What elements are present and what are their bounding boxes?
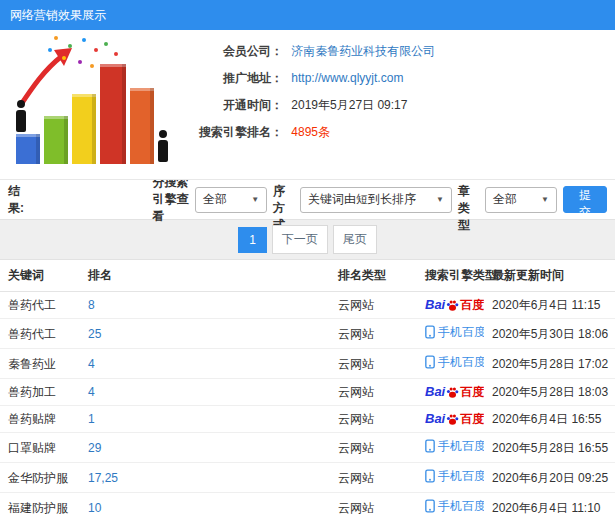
time-cell: 2020年5月28日 17:02	[484, 349, 615, 379]
time-cell: 2020年6月4日 11:10	[484, 493, 615, 520]
company-field: 会员公司： 济南秦鲁药业科技有限公司	[185, 38, 435, 65]
phone-icon	[425, 499, 435, 513]
engine-cell: Bai 百度	[417, 292, 484, 319]
time-cell: 2020年6月20日 09:25	[484, 463, 615, 493]
promo-url-field: 推广地址： http://www.qlyyjt.com	[185, 65, 435, 92]
info-panel: 会员公司： 济南秦鲁药业科技有限公司 推广地址： http://www.qlyy…	[0, 30, 615, 180]
mobile-baidu-label: 手机百度	[438, 354, 484, 370]
table-row: 兽药加工 4 云网站 Bai 百度 2020年5月28日 18:03	[0, 379, 615, 406]
next-page-button[interactable]: 下一页	[272, 225, 328, 254]
sort-select[interactable]: 关键词由短到长排序 ▼	[300, 187, 452, 213]
mobile-baidu-badge[interactable]: 手机百度	[425, 438, 484, 454]
time-cell: 2020年5月28日 18:03	[484, 379, 615, 406]
baidu-logo[interactable]: Bai 百度	[425, 411, 484, 427]
engine-filter-select[interactable]: 全部 ▼	[195, 187, 267, 213]
growth-chart-illustration	[6, 34, 178, 176]
rank-count-field: 搜索引擎排名： 4895条	[185, 119, 435, 146]
keyword-cell: 秦鲁药业	[0, 349, 80, 379]
chevron-down-icon: ▼	[541, 195, 549, 204]
article-type-value: 全部	[493, 191, 517, 208]
rank-link[interactable]: 17,25	[88, 471, 118, 485]
mobile-baidu-label: 手机百度	[438, 468, 484, 484]
company-link[interactable]: 济南秦鲁药业科技有限公司	[291, 44, 435, 58]
keyword-cell: 兽药代工	[0, 319, 80, 349]
engine-filter-value: 全部	[203, 191, 227, 208]
rank-type-cell: 云网站	[330, 319, 417, 349]
keyword-cell: 福建防护服	[0, 493, 80, 520]
baidu-chars-text: 百度	[460, 411, 484, 427]
article-type-select[interactable]: 全部 ▼	[485, 187, 557, 213]
table-row: 兽药代工 8 云网站 Bai 百度 2020年6月4日 11:15	[0, 292, 615, 319]
keyword-cell: 兽药加工	[0, 379, 80, 406]
table-row: 福建防护服 10 云网站 手机百度 2020年6月4日 11:10	[0, 493, 615, 520]
time-cell: 2020年6月4日 16:55	[484, 406, 615, 433]
mobile-baidu-badge[interactable]: 手机百度	[425, 498, 484, 514]
person-figure	[14, 100, 27, 134]
baidu-logo[interactable]: Bai 百度	[425, 384, 484, 400]
column-header-rank: 排名	[80, 260, 330, 292]
column-header-keyword: 关键词	[0, 260, 80, 292]
keyword-cell: 口罩贴牌	[0, 433, 80, 463]
rank-link[interactable]: 25	[88, 327, 101, 341]
baidu-paw-icon	[446, 413, 459, 426]
baidu-chars-text: 百度	[460, 297, 484, 313]
rank-type-cell: 云网站	[330, 493, 417, 520]
filter-bar: 结果: 分搜索引擎查看 全部 ▼ 排序方式 关键词由短到长排序 ▼ 文章类型 全…	[0, 180, 615, 220]
mobile-baidu-badge[interactable]: 手机百度	[425, 354, 484, 370]
rank-link[interactable]: 8	[88, 298, 95, 312]
table-row: 兽药贴牌 1 云网站 Bai 百度 2020年6月4日 16:55	[0, 406, 615, 433]
submit-button[interactable]: 提交	[563, 186, 607, 213]
rank-link[interactable]: 1	[88, 412, 95, 426]
rank-link[interactable]: 4	[88, 385, 95, 399]
baidu-logo[interactable]: Bai 百度	[425, 297, 484, 313]
mobile-baidu-badge[interactable]: 手机百度	[425, 468, 484, 484]
engine-cell: Bai 百度	[417, 406, 484, 433]
baidu-paw-icon	[446, 299, 459, 312]
baidu-bai-text: Bai	[425, 297, 445, 313]
time-cell: 2020年5月28日 16:55	[484, 433, 615, 463]
phone-icon	[425, 469, 435, 483]
engine-cell: Bai 百度	[417, 379, 484, 406]
baidu-bai-text: Bai	[425, 411, 445, 427]
person-figure	[156, 130, 169, 164]
table-header-row: 关键词 排名 排名类型 搜索引擎类型 最新更新时间	[0, 260, 615, 292]
last-page-button[interactable]: 尾页	[333, 225, 377, 254]
mobile-baidu-label: 手机百度	[438, 324, 484, 340]
rank-count-label: 搜索引擎排名：	[185, 119, 283, 146]
promo-url-link[interactable]: http://www.qlyyjt.com	[291, 71, 403, 85]
keyword-table: 关键词 排名 排名类型 搜索引擎类型 最新更新时间 兽药代工 8 云网站 Bai…	[0, 260, 615, 520]
open-time-label: 开通时间：	[185, 92, 283, 119]
rank-type-cell: 云网站	[330, 292, 417, 319]
engine-filter-label: 分搜索引擎查看	[152, 174, 189, 225]
keyword-cell: 兽药贴牌	[0, 406, 80, 433]
rank-type-cell: 云网站	[330, 463, 417, 493]
table-row: 兽药代工 25 云网站 手机百度 2020年5月30日 18:06	[0, 319, 615, 349]
rank-link[interactable]: 29	[88, 441, 101, 455]
page-title: 网络营销效果展示	[10, 8, 106, 22]
engine-cell: 手机百度	[417, 463, 484, 493]
chart-bar	[130, 88, 154, 164]
open-time-value: 2019年5月27日 09:17	[291, 98, 407, 112]
promo-url-label: 推广地址：	[185, 65, 283, 92]
column-header-engine: 搜索引擎类型	[417, 260, 484, 292]
member-info: 会员公司： 济南秦鲁药业科技有限公司 推广地址： http://www.qlyy…	[185, 38, 435, 146]
chevron-down-icon: ▼	[436, 195, 444, 204]
keyword-table-body: 兽药代工 8 云网站 Bai 百度 2020年6月4日 11:15 兽药代工 2…	[0, 292, 615, 520]
keyword-cell: 兽药代工	[0, 292, 80, 319]
baidu-bai-text: Bai	[425, 384, 445, 400]
rank-link[interactable]: 4	[88, 357, 95, 371]
keyword-cell: 金华防护服	[0, 463, 80, 493]
mobile-baidu-label: 手机百度	[438, 498, 484, 514]
rank-type-cell: 云网站	[330, 379, 417, 406]
mobile-baidu-badge[interactable]: 手机百度	[425, 324, 484, 340]
page-button-current[interactable]: 1	[238, 227, 267, 253]
baidu-paw-icon	[446, 386, 459, 399]
chart-bar	[44, 116, 68, 164]
phone-icon	[425, 439, 435, 453]
phone-icon	[425, 355, 435, 369]
baidu-chars-text: 百度	[460, 384, 484, 400]
rank-link[interactable]: 10	[88, 501, 101, 515]
sort-select-value: 关键词由短到长排序	[308, 191, 416, 208]
column-header-updated: 最新更新时间	[484, 260, 615, 292]
rank-type-cell: 云网站	[330, 406, 417, 433]
